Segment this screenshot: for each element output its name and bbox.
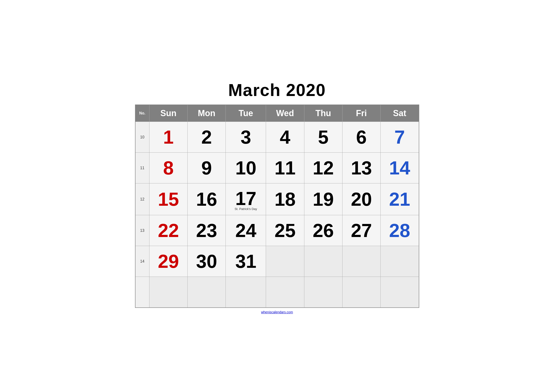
week-row: 11891011121314 [135,153,419,183]
header-thu: Thu [304,105,342,122]
day-cell [266,277,304,308]
footer-link[interactable]: wheniscalendars.com [261,310,293,314]
header-fri: Fri [342,105,380,122]
day-cell: 1 [149,122,187,153]
day-cell: 6 [342,122,380,153]
day-cell [304,277,342,308]
day-cell: 18 [266,183,304,215]
day-cell: 26 [304,215,342,246]
day-cell: 8 [149,153,187,183]
day-cell [266,246,304,277]
day-cell [342,277,380,308]
day-cell: 5 [304,122,342,153]
week-number [135,277,149,308]
week-row: 1322232425262728 [135,215,419,246]
day-cell: 15 [149,183,187,215]
day-cell: 9 [187,153,226,183]
day-cell: 7 [380,122,419,153]
day-cell: 22 [149,215,187,246]
day-cell: 12 [304,153,342,183]
footer: wheniscalendars.com [135,310,419,314]
day-cell: 23 [187,215,226,246]
day-cell [380,277,419,308]
day-cell: 29 [149,246,187,277]
week-number: 14 [135,246,149,277]
week-row: 101234567 [135,122,419,153]
day-cell: 11 [266,153,304,183]
week-number: 13 [135,215,149,246]
day-cell: 31 [226,246,266,277]
day-cell: 28 [380,215,419,246]
day-cell [187,277,226,308]
day-cell: 25 [266,215,304,246]
day-cell: 30 [187,246,226,277]
holiday-label: St. Patrick's Day [228,207,263,211]
week-row: 12151617St. Patrick's Day18192021 [135,183,419,215]
header-sat: Sat [380,105,419,122]
calendar-title: March 2020 [135,80,419,100]
header-no: No. [135,105,149,122]
day-cell: 20 [342,183,380,215]
day-cell: 2 [187,122,226,153]
week-number: 12 [135,183,149,215]
header-wed: Wed [266,105,304,122]
day-cell: 13 [342,153,380,183]
header-sun: Sun [149,105,187,122]
day-cell: 17St. Patrick's Day [226,183,266,215]
week-row [135,277,419,308]
calendar-container: March 2020 No. Sun Mon Tue Wed Thu Fri S… [135,80,419,314]
week-number: 11 [135,153,149,183]
day-cell: 21 [380,183,419,215]
day-cell: 16 [187,183,226,215]
day-cell [304,246,342,277]
day-cell: 4 [266,122,304,153]
day-cell: 10 [226,153,266,183]
calendar-table: No. Sun Mon Tue Wed Thu Fri Sat 10123456… [135,105,419,308]
day-cell: 24 [226,215,266,246]
header-row: No. Sun Mon Tue Wed Thu Fri Sat [135,105,419,122]
day-cell [342,246,380,277]
day-cell [380,246,419,277]
header-tue: Tue [226,105,266,122]
day-cell: 19 [304,183,342,215]
day-cell: 3 [226,122,266,153]
day-cell: 14 [380,153,419,183]
week-number: 10 [135,122,149,153]
day-cell [149,277,187,308]
day-cell: 27 [342,215,380,246]
week-row: 14293031 [135,246,419,277]
header-mon: Mon [187,105,226,122]
day-cell [226,277,266,308]
